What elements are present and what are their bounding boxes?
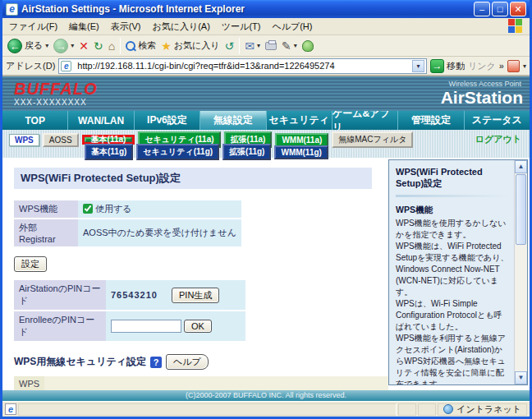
mail-button[interactable]: ✉ ▾ bbox=[245, 40, 260, 52]
help-paragraph: WPS機能を利用すると無線アクセスポイント(Airstation)からWPS対応… bbox=[396, 333, 509, 384]
tab-status[interactable]: ステータス bbox=[465, 111, 530, 130]
menu-favorites[interactable]: お気に入り(A) bbox=[152, 21, 209, 33]
minimize-button[interactable]: – bbox=[474, 2, 490, 16]
tab-top[interactable]: TOP bbox=[2, 111, 68, 130]
messenger-button[interactable] bbox=[302, 40, 314, 52]
table-row: EnrolleeのPINコード OK bbox=[14, 311, 245, 341]
security-zone: イントラネット bbox=[438, 403, 527, 416]
edit-button[interactable]: ✎ ▾ bbox=[282, 40, 297, 52]
go-label: 移動 bbox=[447, 60, 465, 72]
address-url: http://192.168.11.1/cgi-bin/cgi?req=tfr&… bbox=[77, 61, 410, 71]
security-section-title: WPS用無線セキュリティ設定 bbox=[14, 355, 146, 369]
status-cell bbox=[398, 403, 416, 416]
forward-button[interactable]: → ▾ bbox=[53, 39, 74, 53]
print-icon bbox=[265, 42, 277, 50]
links-label[interactable]: リンク bbox=[468, 60, 496, 72]
back-dropdown-icon: ▾ bbox=[45, 42, 48, 49]
favorites-label: お気に入り bbox=[174, 39, 220, 52]
address-dropdown-icon[interactable]: ▾ bbox=[412, 60, 424, 72]
tab-wireless[interactable]: 無線設定 bbox=[200, 111, 266, 130]
favorites-button[interactable]: ★ お気に入り bbox=[161, 39, 219, 52]
forward-icon: → bbox=[53, 39, 68, 53]
search-label: 検索 bbox=[138, 39, 156, 52]
refresh-button[interactable]: ↻ bbox=[94, 40, 103, 52]
status-bar: e イントラネット bbox=[2, 401, 530, 417]
close-button[interactable]: ✕ bbox=[510, 2, 526, 16]
table-row: WPS機能 使用する bbox=[14, 200, 241, 218]
menu-help[interactable]: ヘルプ(H) bbox=[272, 21, 312, 33]
help-paragraph: WPS機能は、WiFi Protected Setupを実現する機能であり、Wi… bbox=[396, 241, 509, 298]
edit-icon: ✎ bbox=[282, 40, 291, 52]
security-section-header: WPS用無線セキュリティ設定 ? ヘルプ bbox=[14, 354, 385, 370]
wps-status-cell: configured 解除 bbox=[44, 376, 388, 390]
logout-link[interactable]: ログアウト bbox=[475, 133, 521, 145]
edit-dropdown-icon: ▾ bbox=[294, 42, 297, 49]
subtab-basic-11g[interactable]: 基本(11g) bbox=[85, 144, 133, 160]
refresh-icon: ↻ bbox=[94, 40, 103, 52]
use-checkbox[interactable] bbox=[83, 204, 93, 214]
enrollee-pin-input[interactable] bbox=[111, 320, 181, 333]
scroll-down-icon[interactable]: ▼ bbox=[515, 371, 527, 384]
tab-game-app[interactable]: ゲーム&アプリ bbox=[332, 111, 398, 130]
menu-tools[interactable]: ツール(T) bbox=[222, 21, 261, 33]
maximize-button[interactable]: □ bbox=[492, 2, 508, 16]
go-button[interactable]: → 移動 bbox=[430, 59, 465, 73]
browser-toolbar: ← 戻る ▾ → ▾ ✕ ↻ ⌂ 検索 ★ お気に入り ↺ ✉ bbox=[2, 35, 530, 57]
menu-edit[interactable]: 編集(E) bbox=[69, 21, 99, 33]
scroll-up-icon[interactable]: ▲ bbox=[515, 160, 527, 173]
airstation-pin-label: AirStationのPINコード bbox=[14, 280, 106, 310]
window-title: AirStation Settings - Microsoft Internet… bbox=[21, 3, 472, 15]
status-message-area bbox=[18, 403, 397, 416]
copyright-footer: (C)2000-2007 BUFFALO INC. All rights res… bbox=[2, 390, 530, 401]
tab-ipv6[interactable]: IPv6設定 bbox=[135, 111, 200, 130]
subtab-mac-filter[interactable]: 無線MACフィルタ bbox=[332, 131, 413, 148]
norton-icon[interactable] bbox=[507, 60, 520, 72]
wps-security-table: WPSステータス configured 解除 11a SSID7912D95F2… bbox=[14, 375, 388, 390]
help-paragraph: WPS機能を使用するかしないかを指定できます。 bbox=[396, 218, 509, 241]
table-row: WPSステータス configured 解除 bbox=[14, 376, 388, 390]
tab-admin[interactable]: 管理設定 bbox=[398, 111, 464, 130]
external-registrar-label: 外部Registrar bbox=[14, 219, 78, 246]
menu-file[interactable]: ファイル(F) bbox=[9, 21, 57, 33]
ok-button[interactable]: OK bbox=[184, 320, 212, 333]
subtab-basic-11a[interactable]: 基本(11a) bbox=[85, 137, 133, 142]
menu-view[interactable]: 表示(V) bbox=[111, 21, 141, 33]
scrollbar-thumb[interactable] bbox=[516, 174, 526, 245]
stop-icon: ✕ bbox=[79, 40, 89, 52]
stop-button[interactable]: ✕ bbox=[79, 40, 89, 52]
links-chevron-icon[interactable]: » bbox=[499, 61, 504, 71]
sidebar-scrollbar[interactable]: ▲ ▼ bbox=[514, 160, 527, 384]
subtab-wps[interactable]: WPS bbox=[9, 134, 39, 146]
help-button[interactable]: ヘルプ bbox=[166, 354, 209, 370]
forward-dropdown-icon: ▾ bbox=[71, 42, 74, 49]
search-button[interactable]: 検索 bbox=[126, 39, 156, 52]
home-button[interactable]: ⌂ bbox=[108, 40, 115, 52]
subtab-wmm-11g[interactable]: WMM(11g) bbox=[274, 145, 328, 159]
wps-function-value: 使用する bbox=[78, 200, 241, 218]
norton-dropdown-icon[interactable]: ▾ bbox=[523, 62, 526, 70]
back-button[interactable]: ← 戻る ▾ bbox=[7, 39, 48, 53]
subtab-security-11g[interactable]: セキュリティ(11g) bbox=[136, 144, 219, 160]
back-icon: ← bbox=[7, 39, 22, 53]
brand-tagline: Wireless Access Point bbox=[448, 80, 521, 88]
subtab-extend-11g[interactable]: 拡張(11g) bbox=[222, 144, 271, 160]
page-title: WPS(WiFi Protected Setup)設定 bbox=[14, 168, 372, 189]
history-button[interactable]: ↺ bbox=[225, 40, 235, 52]
print-button[interactable] bbox=[265, 42, 277, 50]
tab-wan-lan[interactable]: WAN/LAN bbox=[68, 111, 134, 130]
mail-dropdown-icon: ▾ bbox=[257, 42, 260, 49]
subtab-aoss[interactable]: AOSS bbox=[43, 133, 79, 147]
back-label: 戻る bbox=[25, 39, 43, 52]
scrollbar-track[interactable] bbox=[515, 246, 527, 371]
set-button[interactable]: 設定 bbox=[14, 256, 47, 272]
main-nav-tabs: TOP WAN/LAN IPv6設定 無線設定 セキュリティ ゲーム&アプリ 管… bbox=[2, 111, 530, 130]
buffalo-header: BUFFALO XXX-XXXXXXXX Wireless Access Poi… bbox=[2, 76, 530, 111]
pin-generate-button[interactable]: PIN生成 bbox=[172, 288, 219, 303]
help-content: WPS(WiFi Protected Setup)設定 WPS機能 WPS機能を… bbox=[389, 160, 514, 384]
toolbar-separator bbox=[239, 38, 240, 54]
address-input[interactable]: e http://192.168.11.1/cgi-bin/cgi?req=tf… bbox=[58, 58, 427, 74]
question-icon[interactable]: ? bbox=[150, 357, 162, 368]
tab-security[interactable]: セキュリティ bbox=[267, 111, 332, 130]
toolbar-separator bbox=[120, 38, 121, 54]
table-row: AirStationのPINコード 76543210 PIN生成 bbox=[14, 280, 245, 310]
